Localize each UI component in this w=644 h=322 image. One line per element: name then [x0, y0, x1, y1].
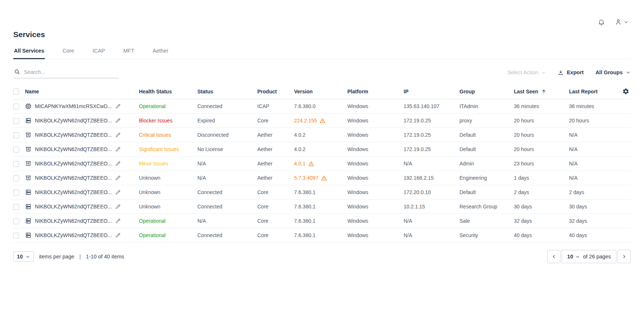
tab-aether[interactable]: Aether: [152, 48, 169, 59]
version: 224.2.155: [294, 118, 317, 124]
row-checkbox[interactable]: [13, 175, 19, 181]
row-checkbox[interactable]: [13, 161, 19, 167]
status: N/A: [197, 214, 257, 228]
top-bar: [0, 0, 644, 26]
health-status: Unknown: [139, 175, 160, 181]
column-header-name[interactable]: Name: [25, 83, 139, 99]
last-seen: 30 days: [514, 200, 569, 214]
column-header-health-status[interactable]: Health Status: [139, 83, 197, 99]
row-checkbox[interactable]: [13, 118, 19, 124]
row-checkbox[interactable]: [13, 104, 19, 110]
product: Aether: [257, 128, 294, 142]
last-report: 36 minutes: [569, 99, 621, 114]
service-name: NIKBOLKZyWN62ndQTZBEEO...: [35, 146, 112, 152]
group: Security: [459, 228, 514, 243]
pagination-bar: 10 items per page | 1-10 of 40 items 10 …: [13, 250, 631, 263]
last-seen: 20 hours: [514, 142, 569, 157]
edit-pencil-icon[interactable]: [115, 103, 121, 109]
last-report: N/A: [569, 128, 621, 142]
edit-pencil-icon[interactable]: [115, 232, 121, 238]
column-header-last-report[interactable]: Last Report: [569, 83, 621, 99]
box-icon: [25, 146, 32, 153]
status: No License: [197, 142, 257, 157]
export-label: Export: [567, 69, 584, 75]
last-seen: 23 hours: [514, 157, 569, 171]
column-header-platform[interactable]: Platform: [347, 83, 404, 99]
row-checkbox[interactable]: [13, 190, 19, 196]
version: 7.6.380.1: [294, 189, 315, 195]
last-report: 40 days: [569, 228, 621, 243]
last-seen: 20 hours: [514, 128, 569, 142]
status: N/A: [197, 157, 257, 171]
column-header-status[interactable]: Status: [197, 83, 257, 99]
bell-icon[interactable]: [598, 18, 605, 26]
ip-address: 172.19.0.25: [404, 142, 459, 157]
server-icon: [25, 232, 32, 239]
row-checkbox[interactable]: [13, 233, 19, 239]
pager-separator: |: [79, 254, 81, 260]
edit-pencil-icon[interactable]: [115, 204, 121, 210]
chevron-left-icon: [551, 254, 557, 259]
last-seen: 36 minutes: [514, 99, 569, 114]
services-table: Name Health Status Status Product Versio…: [13, 83, 631, 243]
service-name: NIKBOLKZyWN62ndQTZBEEO...: [35, 218, 112, 224]
product: Core: [257, 114, 294, 128]
box-icon: [25, 160, 32, 167]
row-checkbox[interactable]: [13, 147, 19, 153]
next-page-button[interactable]: [618, 250, 631, 263]
select-action-dropdown[interactable]: Select Action: [507, 69, 546, 75]
chip-icon: [25, 103, 32, 110]
ip-address: N/A: [404, 228, 459, 243]
status: Disconnected: [197, 128, 257, 142]
edit-pencil-icon[interactable]: [115, 118, 121, 124]
search-input[interactable]: [24, 69, 118, 75]
download-icon: [558, 69, 564, 76]
last-seen: 2 days: [514, 185, 569, 200]
column-header-last-seen[interactable]: Last Seen: [514, 83, 569, 99]
page-select[interactable]: 10: [567, 254, 580, 260]
export-button[interactable]: Export: [558, 69, 584, 76]
group: Sale: [459, 214, 514, 228]
tab-mft[interactable]: MFT: [123, 48, 135, 59]
product: Aether: [257, 171, 294, 185]
tab-core[interactable]: Core: [62, 48, 75, 59]
user-menu[interactable]: [615, 18, 629, 26]
edit-pencil-icon[interactable]: [115, 146, 121, 152]
server-icon: [25, 117, 32, 124]
table-row: NIKBOLKZyWN62ndQTZBEEO... Minor Issues N…: [13, 157, 631, 171]
warning-icon: [321, 175, 327, 181]
edit-pencil-icon[interactable]: [115, 161, 121, 167]
platform: Windows: [347, 157, 404, 171]
service-name: NIKBOLKZyWN62ndQTZBEEO...: [35, 118, 112, 124]
column-header-version[interactable]: Version: [294, 83, 347, 99]
service-name: NIKBOLKZyWN62ndQTZBEEO...: [35, 189, 112, 195]
edit-pencil-icon[interactable]: [115, 218, 121, 224]
previous-page-button[interactable]: [547, 250, 561, 263]
service-name: MICAPNKYwXM61mcRSXCwD...: [35, 103, 112, 109]
column-settings-gear-icon[interactable]: [622, 88, 629, 95]
edit-pencil-icon[interactable]: [115, 132, 121, 138]
status: Connected: [197, 185, 257, 200]
row-checkbox[interactable]: [13, 132, 19, 138]
column-header-ip[interactable]: IP: [404, 83, 459, 99]
version: 5.7.3.4097: [294, 175, 318, 181]
tab-icap[interactable]: ICAP: [92, 48, 106, 59]
column-header-group[interactable]: Group: [459, 83, 514, 99]
last-report: N/A: [569, 171, 621, 185]
group: ITAdmin: [459, 99, 514, 114]
edit-pencil-icon[interactable]: [115, 175, 121, 181]
items-per-page-select[interactable]: 10: [13, 251, 34, 262]
select-all-checkbox[interactable]: [13, 89, 19, 94]
row-checkbox[interactable]: [13, 204, 19, 210]
ip-address: 172.20.0.10: [404, 185, 459, 200]
platform: Windows: [347, 128, 404, 142]
row-checkbox[interactable]: [13, 218, 19, 224]
edit-pencil-icon[interactable]: [115, 189, 121, 195]
group-filter-dropdown[interactable]: All Groups: [595, 69, 631, 75]
column-header-product[interactable]: Product: [257, 83, 294, 99]
page-indicator: 10 of 26 pages: [562, 250, 616, 263]
table-row: NIKBOLKZyWN62ndQTZBEEO... Unknown N/A Ae…: [13, 171, 631, 185]
service-name: NIKBOLKZyWN62ndQTZBEEO...: [35, 232, 112, 238]
last-seen: 32 days: [514, 214, 569, 228]
tab-all-services[interactable]: All Services: [13, 48, 45, 59]
